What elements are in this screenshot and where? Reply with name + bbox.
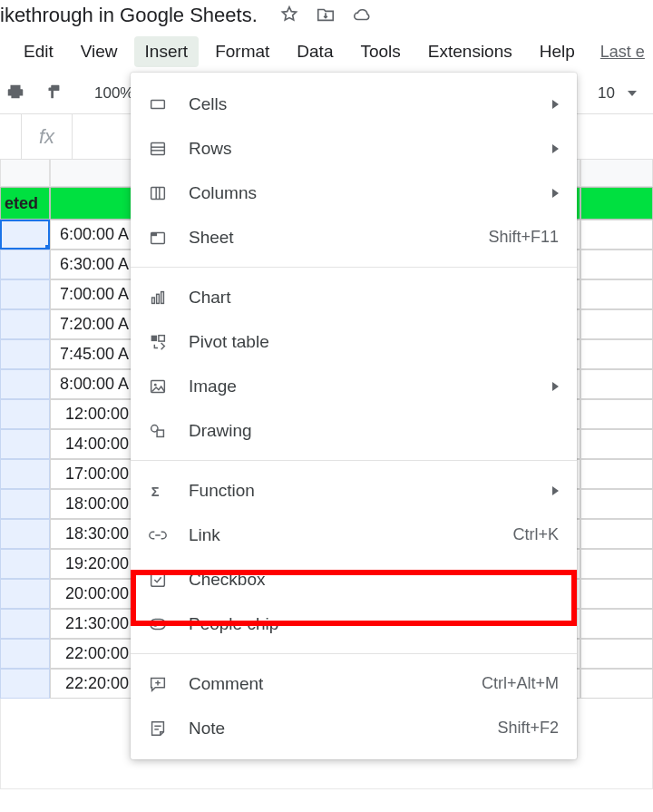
paint-format-icon[interactable] [44,82,63,104]
insert-note[interactable]: Note Shift+F2 [131,706,577,750]
checkbox-icon [147,570,169,590]
cell[interactable] [0,459,50,489]
insert-columns[interactable]: Columns [131,171,577,215]
cell[interactable] [0,309,50,339]
insert-checkbox[interactable]: Checkbox [131,557,577,602]
cell[interactable]: 21:30:00 [50,609,135,639]
cell[interactable] [0,429,50,459]
name-box[interactable] [0,114,22,159]
menuitem-label: Checkbox [189,570,559,590]
cell[interactable]: 14:00:00 [50,429,135,459]
function-icon: Σ [147,481,169,501]
svg-point-15 [154,383,157,386]
cell[interactable]: 6:30:00 A [50,249,135,279]
cell[interactable] [0,249,50,279]
cell[interactable] [0,549,50,579]
menu-insert[interactable]: Insert [134,36,200,67]
header-cell[interactable]: eted [0,187,50,220]
cell[interactable] [0,369,50,399]
last-edit-link[interactable]: Last e [600,43,645,62]
title-bar: ikethrough in Google Sheets. [0,0,653,34]
cell[interactable]: 19:20:00 [50,549,135,579]
cell[interactable]: 8:00:00 A [50,369,135,399]
cell[interactable]: 12:00:00 [50,399,135,429]
cell[interactable] [0,489,50,519]
cell[interactable]: 20:00:00 [50,579,135,609]
cell[interactable]: 18:30:00 [50,519,135,549]
cell[interactable]: 18:00:00 [50,489,135,519]
zoom-level[interactable]: 100% [94,84,133,103]
star-icon[interactable] [279,5,299,27]
insert-image[interactable]: Image [131,364,577,408]
insert-sheet[interactable]: Sheet Shift+F11 [131,215,577,259]
menu-view[interactable]: View [70,36,129,67]
insert-comment[interactable]: Comment Ctrl+Alt+M [131,661,577,706]
cell[interactable] [580,669,653,699]
cell[interactable]: 7:45:00 A [50,339,135,369]
menu-format[interactable]: Format [204,36,280,67]
menuitem-label: Rows [189,139,532,159]
cell[interactable] [580,519,653,549]
cell[interactable] [0,609,50,639]
cell[interactable]: 7:20:00 A [50,309,135,339]
cell[interactable] [0,519,50,549]
chevron-down-icon[interactable] [628,91,637,96]
menu-tools[interactable]: Tools [349,36,411,67]
cloud-icon[interactable] [352,5,372,27]
cell[interactable] [580,609,653,639]
insert-cells[interactable]: Cells [131,82,577,126]
insert-chart[interactable]: Chart [131,275,577,319]
cell[interactable] [0,639,50,669]
insert-drawing[interactable]: Drawing [131,408,577,453]
selection-handle[interactable] [45,245,50,249]
print-icon[interactable] [5,82,25,104]
cell[interactable] [580,459,653,489]
cell[interactable] [580,249,653,279]
insert-pivot-table[interactable]: Pivot table [131,319,577,364]
menu-help[interactable]: Help [529,36,586,67]
cell[interactable] [580,579,653,609]
font-size[interactable]: 10 [598,84,615,103]
cell[interactable]: 6:00:00 A [50,220,135,249]
cell[interactable] [0,579,50,609]
cell[interactable] [0,669,50,699]
cell[interactable]: 22:20:00 [50,669,135,699]
cell[interactable] [0,279,50,309]
col-head[interactable] [580,160,653,187]
col-head[interactable] [50,160,135,187]
move-icon[interactable] [316,5,336,27]
cell-selected[interactable] [0,220,50,249]
insert-link[interactable]: Link Ctrl+K [131,513,577,557]
cell[interactable] [580,279,653,309]
header-cell[interactable] [580,187,653,220]
cell[interactable]: 17:00:00 [50,459,135,489]
cell[interactable] [580,549,653,579]
cell[interactable]: 22:00:00 [50,639,135,669]
cell[interactable] [580,369,653,399]
menu-data[interactable]: Data [286,36,344,67]
insert-function[interactable]: Σ Function [131,468,577,513]
cell[interactable] [0,399,50,429]
menu-separator [131,653,577,654]
cell[interactable] [580,309,653,339]
cell[interactable] [580,489,653,519]
insert-rows[interactable]: Rows [131,126,577,171]
menu-edit[interactable]: Edit [13,36,64,67]
menuitem-label: Drawing [189,421,559,441]
header-cell[interactable] [50,187,135,220]
cell[interactable] [580,339,653,369]
cell[interactable]: 7:00:00 A [50,279,135,309]
shortcut-label: Ctrl+Alt+M [482,674,559,693]
cell[interactable] [580,429,653,459]
document-title[interactable]: ikethrough in Google Sheets. [0,4,258,27]
cell[interactable] [580,639,653,669]
image-icon [147,377,169,396]
menu-extensions[interactable]: Extensions [417,36,523,67]
cell[interactable] [580,399,653,429]
svg-rect-8 [151,232,157,236]
cell[interactable] [0,339,50,369]
insert-people-chip[interactable]: People chip [131,602,577,646]
corner-cell[interactable] [0,160,50,187]
pivot-icon [147,332,169,352]
cell[interactable] [580,220,653,249]
